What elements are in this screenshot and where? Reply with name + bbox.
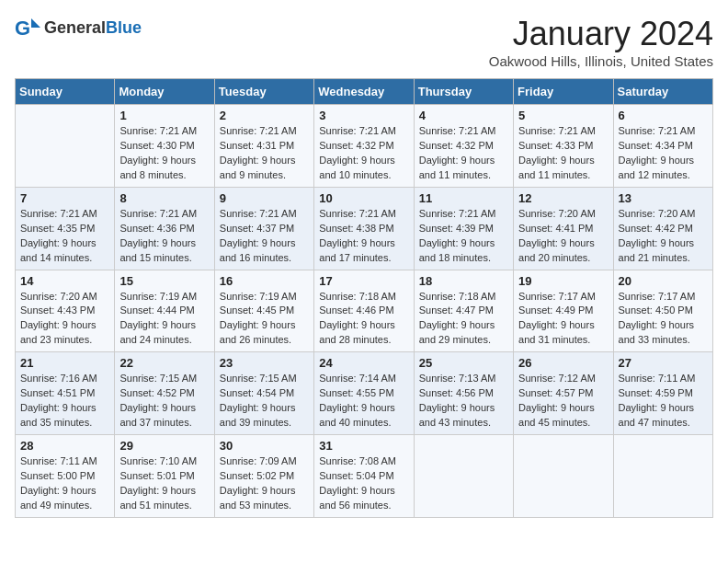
day-info: Sunrise: 7:18 AM Sunset: 4:46 PM Dayligh… xyxy=(319,290,408,349)
logo-blue-text: Blue xyxy=(106,18,142,37)
day-info: Sunrise: 7:19 AM Sunset: 4:45 PM Dayligh… xyxy=(220,290,309,349)
day-info: Sunrise: 7:21 AM Sunset: 4:39 PM Dayligh… xyxy=(419,207,508,266)
calendar-cell: 9Sunrise: 7:21 AM Sunset: 4:37 PM Daylig… xyxy=(214,187,313,270)
header-wednesday: Wednesday xyxy=(314,79,414,105)
day-number: 22 xyxy=(119,356,209,370)
day-number: 29 xyxy=(119,439,209,453)
day-number: 27 xyxy=(619,356,708,370)
header-monday: Monday xyxy=(115,79,214,105)
day-info: Sunrise: 7:21 AM Sunset: 4:38 PM Dayligh… xyxy=(319,207,408,266)
calendar-cell: 8Sunrise: 7:21 AM Sunset: 4:36 PM Daylig… xyxy=(115,187,214,270)
day-number: 21 xyxy=(20,356,109,370)
day-info: Sunrise: 7:12 AM Sunset: 4:57 PM Dayligh… xyxy=(518,372,608,431)
calendar-cell: 12Sunrise: 7:20 AM Sunset: 4:41 PM Dayli… xyxy=(514,187,613,270)
calendar-cell: 18Sunrise: 7:18 AM Sunset: 4:47 PM Dayli… xyxy=(414,270,513,352)
calendar-cell xyxy=(514,435,613,518)
calendar-cell: 11Sunrise: 7:21 AM Sunset: 4:39 PM Dayli… xyxy=(414,187,513,270)
day-info: Sunrise: 7:15 AM Sunset: 4:54 PM Dayligh… xyxy=(220,372,309,431)
day-number: 2 xyxy=(220,109,309,122)
calendar-week-row: 28Sunrise: 7:11 AM Sunset: 5:00 PM Dayli… xyxy=(16,435,713,518)
calendar-cell: 23Sunrise: 7:15 AM Sunset: 4:54 PM Dayli… xyxy=(214,352,313,435)
calendar-header-row: SundayMondayTuesdayWednesdayThursdayFrid… xyxy=(16,79,713,105)
calendar-week-row: 1Sunrise: 7:21 AM Sunset: 4:30 PM Daylig… xyxy=(16,105,713,188)
calendar-cell: 7Sunrise: 7:21 AM Sunset: 4:35 PM Daylig… xyxy=(16,187,115,270)
day-info: Sunrise: 7:21 AM Sunset: 4:32 PM Dayligh… xyxy=(419,124,508,183)
calendar-week-row: 14Sunrise: 7:20 AM Sunset: 4:43 PM Dayli… xyxy=(16,270,713,352)
logo-icon: G xyxy=(15,15,40,40)
calendar-cell: 19Sunrise: 7:17 AM Sunset: 4:49 PM Dayli… xyxy=(514,270,613,352)
calendar-week-row: 7Sunrise: 7:21 AM Sunset: 4:35 PM Daylig… xyxy=(16,187,713,270)
day-number: 4 xyxy=(419,109,508,122)
day-number: 16 xyxy=(220,274,309,288)
day-number: 15 xyxy=(119,274,209,288)
calendar-cell: 5Sunrise: 7:21 AM Sunset: 4:33 PM Daylig… xyxy=(514,105,613,188)
day-number: 28 xyxy=(20,439,109,453)
day-number: 10 xyxy=(319,191,408,205)
calendar-cell: 16Sunrise: 7:19 AM Sunset: 4:45 PM Dayli… xyxy=(214,270,313,352)
day-number: 19 xyxy=(518,274,608,288)
day-number: 7 xyxy=(20,191,109,205)
calendar-cell xyxy=(16,105,115,188)
day-number: 31 xyxy=(319,439,408,453)
calendar-cell xyxy=(613,435,712,518)
page-header: G GeneralBlue January 2024 Oakwood Hills… xyxy=(15,15,713,69)
calendar-cell: 21Sunrise: 7:16 AM Sunset: 4:51 PM Dayli… xyxy=(16,352,115,435)
day-number: 17 xyxy=(319,274,408,288)
day-number: 25 xyxy=(419,356,508,370)
day-info: Sunrise: 7:21 AM Sunset: 4:32 PM Dayligh… xyxy=(319,124,408,183)
day-info: Sunrise: 7:16 AM Sunset: 4:51 PM Dayligh… xyxy=(20,372,109,431)
day-number: 18 xyxy=(419,274,508,288)
day-info: Sunrise: 7:11 AM Sunset: 5:00 PM Dayligh… xyxy=(20,454,109,513)
day-info: Sunrise: 7:14 AM Sunset: 4:55 PM Dayligh… xyxy=(319,372,408,431)
header-thursday: Thursday xyxy=(414,79,513,105)
location-title: Oakwood Hills, Illinois, United States xyxy=(489,53,713,69)
calendar-cell: 6Sunrise: 7:21 AM Sunset: 4:34 PM Daylig… xyxy=(613,105,712,188)
day-info: Sunrise: 7:15 AM Sunset: 4:52 PM Dayligh… xyxy=(119,372,209,431)
calendar-cell: 29Sunrise: 7:10 AM Sunset: 5:01 PM Dayli… xyxy=(115,435,214,518)
header-saturday: Saturday xyxy=(613,79,712,105)
calendar-cell: 26Sunrise: 7:12 AM Sunset: 4:57 PM Dayli… xyxy=(514,352,613,435)
logo: G GeneralBlue xyxy=(15,15,142,40)
calendar-cell: 22Sunrise: 7:15 AM Sunset: 4:52 PM Dayli… xyxy=(115,352,214,435)
day-info: Sunrise: 7:17 AM Sunset: 4:49 PM Dayligh… xyxy=(518,290,608,349)
calendar-cell: 20Sunrise: 7:17 AM Sunset: 4:50 PM Dayli… xyxy=(613,270,712,352)
calendar-cell: 14Sunrise: 7:20 AM Sunset: 4:43 PM Dayli… xyxy=(16,270,115,352)
calendar-cell: 15Sunrise: 7:19 AM Sunset: 4:44 PM Dayli… xyxy=(115,270,214,352)
day-info: Sunrise: 7:09 AM Sunset: 5:02 PM Dayligh… xyxy=(220,454,309,513)
day-number: 8 xyxy=(119,191,209,205)
calendar-table: SundayMondayTuesdayWednesdayThursdayFrid… xyxy=(15,78,713,518)
day-number: 11 xyxy=(419,191,508,205)
calendar-cell: 10Sunrise: 7:21 AM Sunset: 4:38 PM Dayli… xyxy=(314,187,414,270)
calendar-cell: 3Sunrise: 7:21 AM Sunset: 4:32 PM Daylig… xyxy=(314,105,414,188)
month-title: January 2024 xyxy=(489,15,713,53)
day-info: Sunrise: 7:21 AM Sunset: 4:37 PM Dayligh… xyxy=(220,207,309,266)
day-number: 30 xyxy=(220,439,309,453)
calendar-cell: 31Sunrise: 7:08 AM Sunset: 5:04 PM Dayli… xyxy=(314,435,414,518)
day-number: 5 xyxy=(518,109,608,122)
svg-marker-1 xyxy=(31,18,40,28)
day-number: 6 xyxy=(619,109,708,122)
day-number: 14 xyxy=(20,274,109,288)
day-number: 24 xyxy=(319,356,408,370)
day-info: Sunrise: 7:08 AM Sunset: 5:04 PM Dayligh… xyxy=(319,454,408,513)
calendar-cell: 28Sunrise: 7:11 AM Sunset: 5:00 PM Dayli… xyxy=(16,435,115,518)
logo-general-text: General xyxy=(44,18,106,37)
day-number: 13 xyxy=(619,191,708,205)
day-number: 20 xyxy=(619,274,708,288)
day-info: Sunrise: 7:21 AM Sunset: 4:35 PM Dayligh… xyxy=(20,207,109,266)
calendar-week-row: 21Sunrise: 7:16 AM Sunset: 4:51 PM Dayli… xyxy=(16,352,713,435)
day-number: 12 xyxy=(518,191,608,205)
day-info: Sunrise: 7:18 AM Sunset: 4:47 PM Dayligh… xyxy=(419,290,508,349)
header-sunday: Sunday xyxy=(16,79,115,105)
calendar-cell: 4Sunrise: 7:21 AM Sunset: 4:32 PM Daylig… xyxy=(414,105,513,188)
calendar-cell: 27Sunrise: 7:11 AM Sunset: 4:59 PM Dayli… xyxy=(613,352,712,435)
header-friday: Friday xyxy=(514,79,613,105)
day-number: 23 xyxy=(220,356,309,370)
day-info: Sunrise: 7:21 AM Sunset: 4:30 PM Dayligh… xyxy=(119,124,209,183)
svg-text:G: G xyxy=(15,17,30,40)
calendar-cell: 2Sunrise: 7:21 AM Sunset: 4:31 PM Daylig… xyxy=(214,105,313,188)
calendar-cell xyxy=(414,435,513,518)
day-info: Sunrise: 7:21 AM Sunset: 4:31 PM Dayligh… xyxy=(220,124,309,183)
day-info: Sunrise: 7:20 AM Sunset: 4:41 PM Dayligh… xyxy=(518,207,608,266)
day-info: Sunrise: 7:21 AM Sunset: 4:33 PM Dayligh… xyxy=(518,124,608,183)
